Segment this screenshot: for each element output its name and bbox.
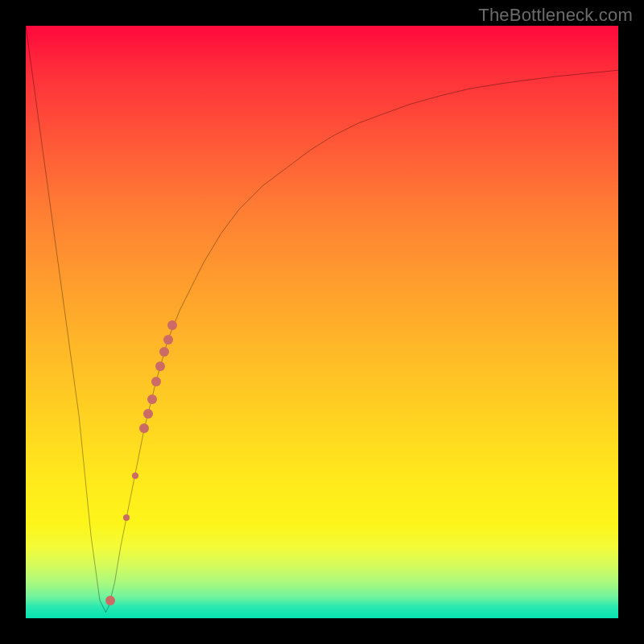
- marker-dots-layer: [26, 26, 618, 618]
- marker-dot: [132, 473, 138, 479]
- marker-dot: [139, 423, 149, 433]
- watermark-text: TheBottleneck.com: [478, 5, 633, 26]
- marker-dot: [155, 361, 165, 371]
- chart-frame: TheBottleneck.com: [0, 0, 644, 644]
- marker-dot: [143, 409, 153, 419]
- marker-dot: [167, 320, 177, 330]
- marker-dot: [151, 377, 161, 386]
- marker-dot: [159, 347, 169, 357]
- marker-dot: [105, 596, 115, 605]
- marker-dot: [123, 514, 130, 521]
- plot-area: [26, 26, 618, 618]
- marker-dot: [163, 335, 173, 345]
- marker-dot: [147, 394, 157, 404]
